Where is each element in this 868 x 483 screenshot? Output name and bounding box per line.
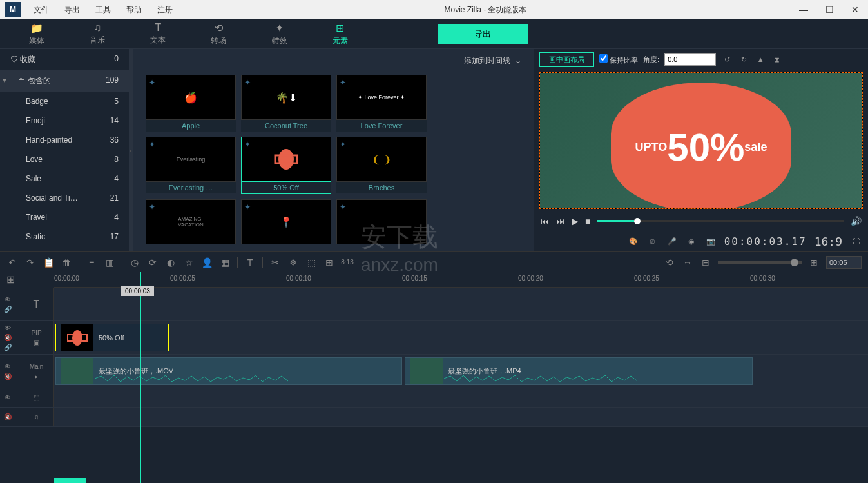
clip-menu-icon[interactable]: ⋯ <box>741 360 748 369</box>
sidebar-item-static[interactable]: Static17 <box>0 227 129 246</box>
time-input[interactable] <box>826 256 862 269</box>
clip-menu-icon[interactable]: ⋯ <box>391 360 398 369</box>
sidebar-item-badge[interactable]: Badge5 <box>0 92 129 111</box>
timeline-scrollbar[interactable] <box>54 478 86 483</box>
paste-icon[interactable]: 📋 <box>43 257 54 268</box>
snowflake-icon[interactable]: ❄ <box>287 257 299 268</box>
add-to-timeline-button[interactable]: 添加到时间线 ⌄ <box>464 55 521 66</box>
columns-icon[interactable]: ▥ <box>104 257 115 268</box>
sidebar-favorites[interactable]: ♡ 收藏0 <box>0 49 129 70</box>
element-card[interactable]: ✦📍 <box>241 199 331 244</box>
delete-icon[interactable]: 🗑 <box>61 257 72 268</box>
tab-effects[interactable]: ✦特效 <box>249 19 310 49</box>
sidebar-included[interactable]: 🗀 包含的109 <box>0 70 129 92</box>
grid-icon[interactable]: ▦ <box>219 257 231 268</box>
contrast-icon[interactable]: ◐ <box>165 257 177 268</box>
sidebar-item-social[interactable]: Social and Ti…21 <box>0 188 129 208</box>
prev-button[interactable]: ⏮ <box>541 216 550 226</box>
add-track-button[interactable]: ⊞ <box>6 273 19 286</box>
sync-icon[interactable]: ⟲ <box>664 257 675 268</box>
list-icon[interactable]: ≡ <box>86 257 97 268</box>
progress-bar[interactable] <box>597 220 844 222</box>
star-icon[interactable]: ☆ <box>183 257 195 268</box>
eye-icon[interactable]: 👁 <box>5 394 11 401</box>
mic-icon[interactable]: 🎤 <box>666 235 678 247</box>
minimize-button[interactable]: — <box>791 0 816 19</box>
chevron-down-icon[interactable]: ▾ <box>3 75 6 84</box>
ratio-label[interactable]: 8:13 <box>342 257 353 268</box>
crop-icon[interactable]: ⬚ <box>305 257 317 268</box>
type-icon[interactable]: T <box>244 257 256 268</box>
overlay-track-head[interactable]: 👁 ⬚ <box>0 388 54 407</box>
refresh-icon[interactable]: ⟳ <box>147 257 159 268</box>
audio-track-head[interactable]: 🔇 ♫ <box>0 408 54 426</box>
eye-icon[interactable]: 👁 <box>5 296 11 303</box>
text-track-head[interactable]: 👁🔗 T <box>0 288 54 320</box>
angle-input[interactable] <box>664 53 716 66</box>
element-card-everlasting[interactable]: ✦EverlastingEverlasting … <box>146 137 236 194</box>
stop-button[interactable]: ■ <box>585 216 590 226</box>
fit-icon[interactable]: ↔ <box>682 257 693 268</box>
keep-ratio-checkbox[interactable]: 保持比率 <box>599 54 638 65</box>
undo-icon[interactable]: ↶ <box>6 257 18 268</box>
fullscreen-icon[interactable]: ⛶ <box>850 235 862 247</box>
mute-icon[interactable]: 🔇 <box>4 334 12 341</box>
rotate-right-icon[interactable]: ↻ <box>738 54 749 65</box>
element-card-apple[interactable]: ✦🍎Apple <box>146 75 236 132</box>
tab-elements[interactable]: ⊞元素 <box>310 19 371 49</box>
menu-export[interactable]: 导出 <box>57 5 88 15</box>
link-icon[interactable]: 🔗 <box>4 344 12 351</box>
timeline-ruler[interactable]: 00:00:00 00:00:05 00:00:10 00:00:15 00:0… <box>54 272 868 288</box>
export-button[interactable]: 导出 <box>438 24 528 44</box>
main-clip-2[interactable]: 最坚强的小鲁班，.MP4 ⋯ <box>405 357 753 385</box>
sidebar-item-travel[interactable]: Travel4 <box>0 208 129 227</box>
playhead[interactable]: 00:00:03 <box>140 272 141 483</box>
element-card-50off[interactable]: ✦50% Off <box>241 137 331 194</box>
palette-icon[interactable]: 🎨 <box>628 235 639 247</box>
mute-icon[interactable]: 🔇 <box>4 413 12 420</box>
element-card[interactable]: ✦AMAZINGVACATION <box>146 199 236 244</box>
menu-tools[interactable]: 工具 <box>88 5 119 15</box>
sidebar-item-emoji[interactable]: Emoji14 <box>0 111 129 130</box>
sidebar-item-handpainted[interactable]: Hand-painted36 <box>0 130 129 150</box>
mute-icon[interactable]: 🔇 <box>4 373 12 380</box>
camera-icon[interactable]: ⎚ <box>647 235 659 247</box>
sidebar-item-sale[interactable]: Sale4 <box>0 169 129 188</box>
zoom-slider[interactable] <box>718 261 802 264</box>
pip-layout-button[interactable]: 画中画布局 <box>539 52 594 67</box>
link-icon[interactable]: 🔗 <box>4 306 12 313</box>
main-track-head[interactable]: 👁🔇 Main▸ <box>0 355 54 388</box>
record-icon[interactable]: ◉ <box>686 235 697 247</box>
zoom-in-icon[interactable]: ⊞ <box>808 257 820 268</box>
maximize-button[interactable]: ☐ <box>816 0 842 19</box>
element-card-braches[interactable]: ✦❨ ❩Braches <box>336 137 427 194</box>
sidebar-item-love[interactable]: Love8 <box>0 150 129 169</box>
tab-text[interactable]: T文本 <box>128 19 188 48</box>
snapshot-icon[interactable]: 📷 <box>705 235 717 247</box>
cut-icon[interactable]: ✂ <box>269 257 281 268</box>
eye-icon[interactable]: 👁 <box>5 324 11 331</box>
zoom-out-icon[interactable]: ⊟ <box>700 257 711 268</box>
close-button[interactable]: ✕ <box>842 0 868 19</box>
menu-help[interactable]: 帮助 <box>119 5 149 15</box>
element-card-love[interactable]: ✦✦ Love Forever ✦Love Forever <box>336 75 427 132</box>
redo-icon[interactable]: ↷ <box>24 257 36 268</box>
preview-canvas[interactable]: UPTO 50% sale <box>539 72 863 209</box>
play-button[interactable]: ▶ <box>572 216 579 226</box>
next-button[interactable]: ⏭ <box>556 216 565 226</box>
menu-file[interactable]: 文件 <box>26 5 57 15</box>
flip-v-icon[interactable]: ⧗ <box>771 54 783 65</box>
person-icon[interactable]: 👤 <box>201 257 213 268</box>
menu-register[interactable]: 注册 <box>149 5 180 15</box>
rotate-left-icon[interactable]: ↺ <box>721 54 733 65</box>
volume-icon[interactable]: 🔊 <box>851 216 862 226</box>
eye-icon[interactable]: 👁 <box>5 363 11 370</box>
flip-h-icon[interactable]: ▲ <box>755 54 766 65</box>
tab-media[interactable]: 📁媒体 <box>6 19 67 49</box>
adjust-icon[interactable]: ⊞ <box>323 257 335 268</box>
element-card-coconut[interactable]: ✦🌴⬇Coconut Tree <box>241 75 331 132</box>
main-clip-1[interactable]: 最坚强的小鲁班，.MOV ⋯ <box>55 357 402 385</box>
element-card[interactable]: ✦ <box>336 199 427 244</box>
clock-icon[interactable]: ◷ <box>129 257 140 268</box>
aspect-display[interactable]: 16:9 <box>815 235 842 248</box>
